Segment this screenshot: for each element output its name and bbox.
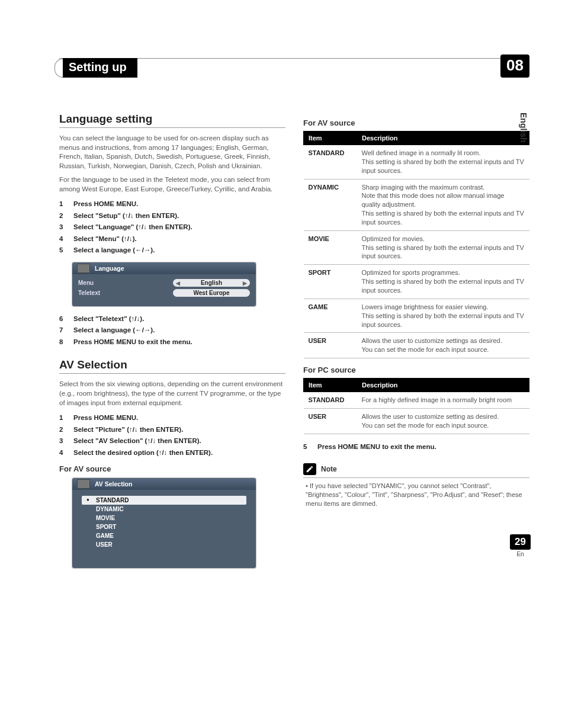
cell-item: USER <box>304 333 357 358</box>
step-text: Select "Teletext" (↑/↓). <box>73 313 144 325</box>
step-number: 8 <box>59 336 68 348</box>
av-paragraph: Select from the six viewing options, dep… <box>59 380 285 408</box>
page: Setting up 08 English Language setting Y… <box>0 0 565 599</box>
table-row: STANDARDFor a highly defined image in a … <box>304 392 529 409</box>
step-text: Select the desired option (↑/↓ then ENTE… <box>73 447 213 459</box>
step-5-text: Press HOME MENU to exit the menu. <box>317 441 436 453</box>
step-number: 1 <box>59 412 68 424</box>
cell-item: STANDARD <box>304 145 357 179</box>
osd-list-item[interactable]: STANDARD <box>82 496 246 505</box>
step-number: 1 <box>59 198 68 210</box>
table-row: USERAllows the user to customize setting… <box>304 408 529 434</box>
osd-list-item[interactable]: DYNAMIC <box>82 505 246 514</box>
step-item: 5Select a language (←/→). <box>59 245 285 256</box>
cell-description: Lowers image brightness for easier viewi… <box>357 299 529 333</box>
language-paragraph-1: You can select the language to be used f… <box>59 134 285 171</box>
step-text: Press HOME MENU to exit the menu. <box>73 336 192 348</box>
right-column: For AV source Item Description STANDARDW… <box>303 113 529 575</box>
osd-list-item[interactable]: GAME <box>82 531 246 540</box>
step-item: 6Select "Teletext" (↑/↓). <box>59 313 285 325</box>
av-steps: 1Press HOME MENU.2Select "Picture" (↑/↓ … <box>59 412 285 458</box>
language-paragraph-2: For the language to be used in the Telet… <box>59 175 285 194</box>
step-number: 4 <box>59 447 68 459</box>
page-number-lang: En <box>510 551 531 557</box>
step-item: 7Select a language (←/→). <box>59 325 285 336</box>
step-number: 6 <box>59 313 68 325</box>
osd-row-label: Teletext <box>78 290 173 296</box>
table-row: STANDARDWell defined image in a normally… <box>304 145 529 179</box>
step-number: 2 <box>59 424 68 436</box>
cell-description: Well defined image in a normally lit roo… <box>357 145 529 179</box>
step-5: 5 Press HOME MENU to exit the menu. <box>303 441 529 453</box>
tab-cap <box>54 59 63 78</box>
arrow-right-icon[interactable]: ▶ <box>243 280 247 286</box>
step-number: 7 <box>59 325 68 336</box>
osd-av-body: STANDARDDYNAMICMOVIESPORTGAMEUSER <box>72 490 256 568</box>
left-column: Language setting You can select the lang… <box>59 113 285 575</box>
step-number: 4 <box>59 233 68 245</box>
step-text: Press HOME MENU. <box>73 412 138 424</box>
th-description: Description <box>357 132 529 145</box>
pencil-icon <box>303 463 316 475</box>
step-item: 1Press HOME MENU. <box>59 198 285 210</box>
step-item: 3Select "Language" (↑/↓ then ENTER). <box>59 222 285 233</box>
th-description: Description <box>357 379 529 392</box>
cell-description: Optimized for movies.This setting is sha… <box>357 230 529 265</box>
heading-av-selection: AV Selection <box>59 358 285 374</box>
cell-description: Sharp imaging with the maximum contrast.… <box>357 179 529 230</box>
step-5-item: 5 Press HOME MENU to exit the menu. <box>303 441 529 453</box>
globe-icon <box>77 264 90 273</box>
heading-language-setting: Language setting <box>59 113 285 128</box>
osd-row-label: Menu <box>78 280 173 286</box>
step-number: 3 <box>59 222 68 233</box>
arrow-left-icon[interactable]: ◀ <box>176 280 180 286</box>
step-item: 2Select "Setup" (↑/↓ then ENTER). <box>59 210 285 222</box>
cell-description: For a highly defined image in a normally… <box>357 392 529 409</box>
tv-icon <box>77 479 90 489</box>
osd-av-selection: AV Selection STANDARDDYNAMICMOVIESPORTGA… <box>72 478 256 568</box>
step-text: Select a language (←/→). <box>73 325 155 336</box>
osd-av-title: AV Selection <box>72 478 256 490</box>
osd-av-title-text: AV Selection <box>95 480 132 488</box>
table-pc-source: Item Description STANDARDFor a highly de… <box>303 378 529 434</box>
cell-item: USER <box>304 408 357 434</box>
osd-row-value[interactable]: English◀▶ <box>173 279 250 287</box>
chapter-title: Setting up <box>63 58 137 78</box>
cell-item: STANDARD <box>304 392 357 409</box>
side-language-label: English <box>519 113 528 143</box>
step-text: Select a language (←/→). <box>73 245 155 256</box>
chapter-tab: Setting up <box>54 58 137 78</box>
subheading-for-pc-source: For PC source <box>303 365 529 374</box>
osd-list-item[interactable]: SPORT <box>82 522 246 531</box>
note-box: Note If you have selected "DYNAMIC", you… <box>303 463 529 508</box>
step-item: 8Press HOME MENU to exit the menu. <box>59 336 285 348</box>
step-item: 4Select the desired option (↑/↓ then ENT… <box>59 447 285 459</box>
th-item: Item <box>304 132 357 145</box>
table-row: DYNAMICSharp imaging with the maximum co… <box>304 179 529 230</box>
table-row: SPORTOptimized for sports programmes.Thi… <box>304 265 529 299</box>
subheading-for-av-source-left: For AV source <box>59 464 285 473</box>
subheading-for-av-source-right: For AV source <box>303 118 529 127</box>
note-header: Note <box>303 463 529 478</box>
step-number: 2 <box>59 210 68 222</box>
osd-row-value[interactable]: West Europe <box>173 289 250 297</box>
note-label: Note <box>321 465 337 473</box>
step-item: 3Select "AV Selection" (↑/↓ then ENTER). <box>59 435 285 447</box>
osd-list-item[interactable]: MOVIE <box>82 514 246 522</box>
osd-language-title: Language <box>72 262 256 274</box>
chapter-number: 08 <box>500 54 529 78</box>
step-text: Select "Picture" (↑/↓ then ENTER). <box>73 424 183 436</box>
note-text: If you have selected "DYNAMIC", you cann… <box>303 482 529 508</box>
step-item: 1Press HOME MENU. <box>59 412 285 424</box>
page-number-value: 29 <box>510 534 531 550</box>
cell-item: MOVIE <box>304 230 357 265</box>
step-text: Select "Menu" (↑/↓). <box>73 233 137 245</box>
language-steps-a: 1Press HOME MENU.2Select "Setup" (↑/↓ th… <box>59 198 285 256</box>
table-av-source: Item Description STANDARDWell defined im… <box>303 131 529 358</box>
osd-av-list: STANDARDDYNAMICMOVIESPORTGAMEUSER <box>78 493 250 560</box>
osd-row: TeletextWest Europe <box>78 288 250 298</box>
step-number: 3 <box>59 435 68 447</box>
osd-list-item[interactable]: USER <box>82 540 246 549</box>
cell-description: Allows the user to customize settings as… <box>357 333 529 358</box>
step-text: Press HOME MENU. <box>73 198 138 210</box>
